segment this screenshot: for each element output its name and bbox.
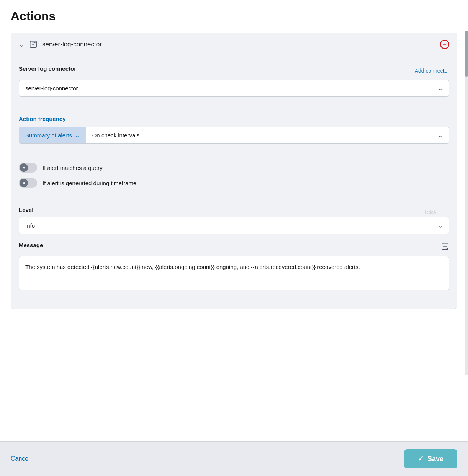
filter-toggle-1[interactable] — [19, 163, 37, 173]
collapse-chevron-icon[interactable]: ⌄ — [19, 40, 25, 49]
card-body: Server log connector Add connector serve… — [11, 56, 457, 309]
footer: Cancel ✓ Save — [0, 441, 468, 476]
filter-row-1: If alert matches a query — [19, 163, 449, 173]
cancel-button[interactable]: Cancel — [11, 455, 30, 462]
remove-button[interactable]: − — [440, 40, 449, 49]
frequency-type-button[interactable]: Summary of alerts ⌄ — [19, 127, 86, 143]
message-header-row: Message + — [19, 242, 449, 252]
connector-select-chevron-icon: ⌄ — [438, 85, 443, 92]
level-section: Level Info ⌄ — [19, 207, 449, 234]
card-title: server-log-connector — [42, 41, 102, 48]
section-divider-3 — [19, 197, 449, 197]
card-header: ⌄ server-log-connector − — [11, 33, 457, 56]
action-frequency-label: Action frequency — [19, 116, 449, 122]
connector-select[interactable]: server-log-connector ⌄ — [19, 80, 449, 97]
page-title: Actions — [11, 9, 457, 23]
connector-section-header: Server log connector Add connector — [19, 65, 449, 76]
frequency-type-chevron-icon: ⌄ — [75, 132, 80, 139]
frequency-interval-chevron-icon: ⌄ — [438, 132, 443, 139]
scrollbar-track[interactable] — [465, 31, 468, 375]
message-template-icon[interactable]: + — [441, 242, 449, 252]
level-select[interactable]: Info ⌄ — [19, 217, 449, 234]
level-select-value: Info — [25, 222, 35, 229]
action-card: ⌄ server-log-connector − Server log conn… — [11, 33, 457, 309]
section-divider-1 — [19, 106, 449, 106]
message-textarea[interactable]: The system has detected {{alerts.new.cou… — [19, 256, 449, 290]
filter-row-2: If alert is generated during timeframe — [19, 178, 449, 188]
save-label: Save — [427, 455, 443, 463]
connector-select-value: server-log-connector — [25, 85, 78, 91]
toggle-thumb-2 — [20, 179, 28, 187]
frequency-interval-select[interactable]: On check intervals ⌄ — [86, 127, 449, 143]
save-button[interactable]: ✓ Save — [404, 449, 457, 468]
frequency-type-label: Summary of alerts — [25, 132, 72, 139]
level-select-chevron-icon: ⌄ — [438, 222, 443, 229]
frequency-row: Summary of alerts ⌄ On check intervals ⌄ — [19, 127, 449, 144]
connector-icon — [29, 40, 38, 49]
section-divider-2 — [19, 153, 449, 153]
card-header-left: ⌄ server-log-connector — [19, 40, 435, 49]
message-section: Message + The system has detected {{aler… — [19, 242, 449, 292]
message-label: Message — [19, 242, 43, 248]
filter-label-1: If alert matches a query — [43, 165, 103, 171]
add-connector-link[interactable]: Add connector — [415, 68, 449, 74]
scrollbar-thumb[interactable] — [465, 31, 468, 77]
minus-icon: − — [443, 41, 446, 47]
svg-text:+: + — [447, 248, 448, 249]
level-label: Level — [19, 207, 449, 213]
toggle-thumb-1 — [20, 163, 28, 172]
filter-label-2: If alert is generated during timeframe — [43, 180, 136, 186]
check-icon: ✓ — [418, 455, 424, 463]
page-container: Actions ⌄ server-log-connector − — [0, 0, 468, 476]
frequency-interval-value: On check intervals — [92, 132, 139, 139]
connector-section-label: Server log connector — [19, 65, 76, 72]
filter-toggle-2[interactable] — [19, 178, 37, 188]
